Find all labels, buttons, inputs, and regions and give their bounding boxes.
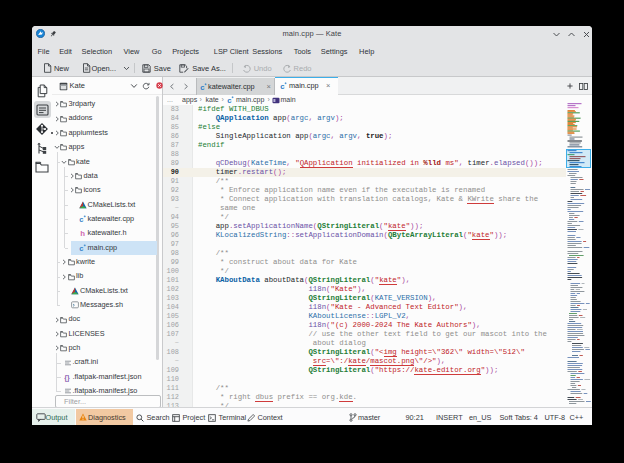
svg-text:c: c: [200, 83, 205, 91]
svg-text:h: h: [80, 229, 85, 237]
svg-text:{}: {}: [64, 374, 70, 382]
svg-text:c: c: [79, 215, 83, 223]
svg-text:c: c: [280, 82, 285, 90]
svg-text:c: c: [79, 244, 83, 252]
